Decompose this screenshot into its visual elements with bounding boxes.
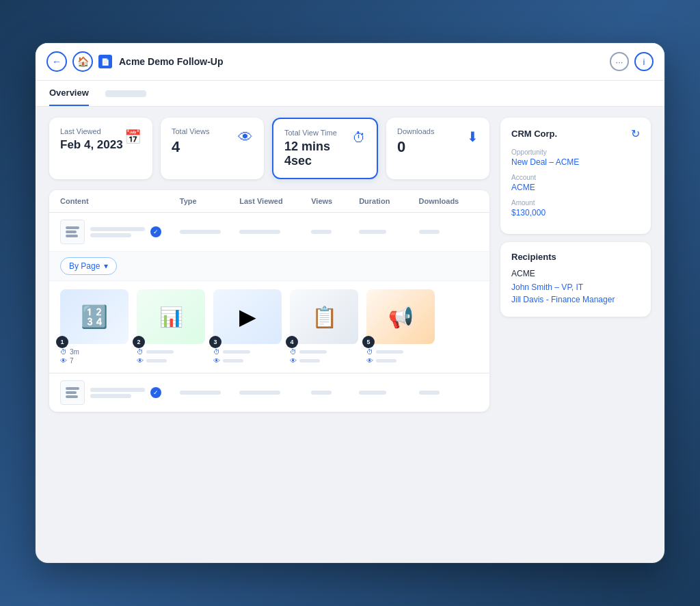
page-num-badge-3: 3 [209, 336, 221, 348]
downloads-card: Downloads 0 ⬇ [386, 118, 489, 179]
page-thumb-2[interactable]: 📊 2 [137, 289, 205, 344]
by-page-dropdown[interactable]: By Page ▾ [60, 257, 117, 275]
bottom-check-icon: ✓ [150, 387, 161, 398]
title-actions: ··· i [610, 52, 654, 71]
by-page-row: By Page ▾ [49, 252, 489, 281]
timer-icon: ⏱ [352, 130, 366, 146]
col-last-viewed: Last Viewed [239, 197, 311, 205]
clock-icon: ⏱ [60, 348, 67, 356]
check-icon: ✓ [150, 226, 161, 237]
last-viewed-card: Last Viewed Feb 4, 2023 📅 [49, 118, 152, 179]
col-type: Type [180, 197, 239, 205]
crm-title: CRM Corp. [511, 129, 557, 139]
page-num-badge-5: 5 [362, 336, 375, 348]
bottom-doc-thumb [60, 380, 85, 405]
crm-amount-value[interactable]: $130,000 [511, 208, 640, 218]
page-thumb-5[interactable]: 📢 5 [366, 289, 435, 344]
duration-cell [359, 230, 418, 234]
crm-opportunity-field: Opportunity New Deal – ACME [511, 148, 640, 167]
last-viewed-label: Last Viewed [60, 127, 123, 135]
total-views-card: Total Views 4 👁 [161, 118, 264, 179]
recipients-title: Recipients [511, 252, 640, 262]
last-viewed-cell [239, 230, 311, 234]
tabs-bar: Overview [36, 81, 664, 107]
pages-grid: 🔢 1 ⏱ 3m 👁 7 [49, 281, 489, 373]
recipient-jill-davis[interactable]: Jill Davis - Finance Manager [511, 295, 640, 304]
stats-row: Last Viewed Feb 4, 2023 📅 Total Views 4 … [49, 118, 489, 179]
back-button[interactable]: ← [46, 51, 67, 72]
page-num-badge-4: 4 [286, 336, 298, 348]
page-card-5: 📢 5 ⏱ 👁 [366, 289, 435, 365]
row-content-cell: ✓ [60, 220, 180, 244]
downloads-cell [419, 230, 479, 234]
crm-amount-label: Amount [511, 199, 640, 207]
page-thumb-4[interactable]: 📋 4 [290, 289, 358, 344]
table-header: Content Type Last Viewed Views Duration … [49, 190, 489, 213]
page-thumb-1[interactable]: 🔢 1 [60, 289, 129, 344]
col-duration: Duration [359, 197, 418, 205]
right-panel: CRM Corp. ↻ Opportunity New Deal – ACME … [500, 118, 651, 412]
page-thumb-3[interactable]: ▶ 3 [213, 289, 282, 344]
bottom-table-row: ✓ [49, 373, 489, 412]
type-cell [180, 230, 239, 234]
crm-opportunity-label: Opportunity [511, 148, 640, 156]
nav-buttons: ← 🏠 📄 [46, 51, 112, 72]
chevron-down-icon: ▾ [104, 261, 108, 271]
page-num-badge-1: 1 [56, 336, 68, 348]
page-card-2: 📊 2 ⏱ 👁 [137, 289, 205, 365]
eye-icon-small: 👁 [60, 357, 67, 365]
crm-card: CRM Corp. ↻ Opportunity New Deal – ACME … [500, 118, 651, 234]
col-views: Views [311, 197, 359, 205]
window-title: Acme Demo Follow-Up [119, 56, 603, 67]
last-viewed-value: Feb 4, 2023 [60, 138, 123, 152]
download-icon: ⬇ [467, 129, 479, 145]
page-num-badge-2: 2 [133, 336, 145, 348]
col-downloads: Downloads [419, 197, 479, 205]
refresh-icon[interactable]: ↻ [631, 127, 640, 140]
recipient-org: ACME [511, 269, 640, 278]
more-button[interactable]: ··· [610, 52, 629, 71]
page-card-1: 🔢 1 ⏱ 3m 👁 7 [60, 289, 129, 365]
eye-icon: 👁 [238, 129, 253, 146]
total-views-value: 4 [172, 138, 209, 156]
page-card-4: 📋 4 ⏱ 👁 [290, 289, 358, 365]
left-panel: Last Viewed Feb 4, 2023 📅 Total Views 4 … [49, 118, 489, 412]
page-card-3: ▶ 3 ⏱ 👁 [213, 289, 282, 365]
table-row: ✓ [49, 213, 489, 252]
crm-opportunity-value[interactable]: New Deal – ACME [511, 157, 640, 167]
total-view-time-card: Total View Time 12 mins 4sec ⏱ [272, 118, 378, 179]
doc-icon: 📄 [98, 55, 112, 68]
total-view-time-label: Total View Time [284, 129, 352, 137]
crm-amount-field: Amount $130,000 [511, 199, 640, 218]
crm-account-field: Account ACME [511, 174, 640, 192]
downloads-value: 0 [397, 138, 434, 156]
tab-overview[interactable]: Overview [49, 81, 89, 106]
content-card: Content Type Last Viewed Views Duration … [49, 190, 489, 412]
home-button[interactable]: 🏠 [72, 51, 93, 72]
total-view-time-value: 12 mins 4sec [284, 140, 352, 168]
calendar-icon: 📅 [124, 129, 142, 145]
crm-account-label: Account [511, 174, 640, 181]
recipient-john-smith[interactable]: John Smith – VP, IT [511, 282, 640, 292]
recipients-card: Recipients ACME John Smith – VP, IT Jill… [500, 242, 651, 317]
col-content: Content [60, 197, 180, 205]
crm-account-value[interactable]: ACME [511, 183, 640, 192]
total-views-label: Total Views [172, 127, 209, 135]
main-content: Last Viewed Feb 4, 2023 📅 Total Views 4 … [36, 107, 664, 423]
bottom-row-content: ✓ [60, 380, 180, 405]
tab-secondary[interactable] [105, 81, 146, 106]
title-bar: ← 🏠 📄 Acme Demo Follow-Up ··· i [36, 43, 664, 81]
downloads-label: Downloads [397, 127, 434, 135]
views-cell [311, 230, 359, 234]
doc-thumbnail [60, 220, 85, 244]
info-button[interactable]: i [634, 52, 654, 71]
